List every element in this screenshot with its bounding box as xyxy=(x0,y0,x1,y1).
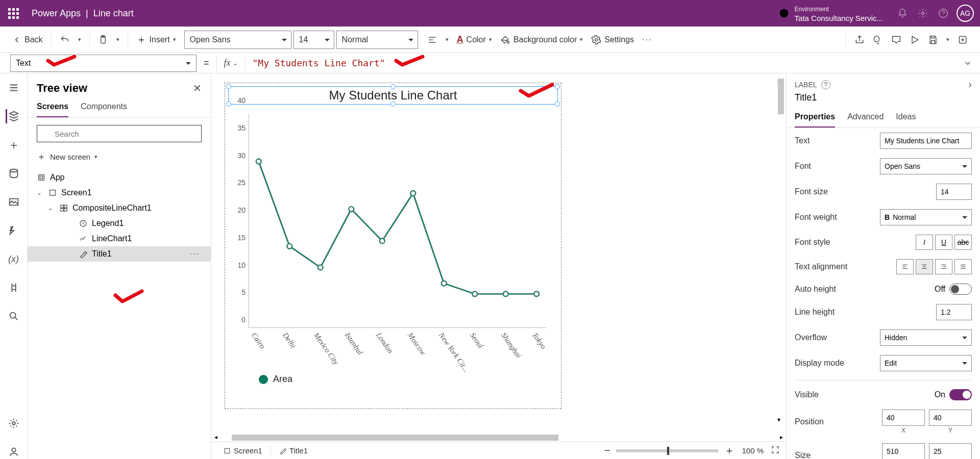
undo-dropdown[interactable]: ▾ xyxy=(74,33,85,46)
environment-picker[interactable]: Environment Tata Consultancy Servic... xyxy=(778,4,883,22)
new-screen-button[interactable]: ＋New screen▾ xyxy=(28,146,211,167)
paste-button[interactable] xyxy=(94,32,112,48)
control-name[interactable]: Title1 xyxy=(787,90,980,108)
rail-virtual-agent-icon[interactable] xyxy=(7,445,21,459)
share-icon[interactable] xyxy=(850,32,869,48)
panel-collapse-icon[interactable]: › xyxy=(968,79,972,90)
undo-button[interactable] xyxy=(56,32,74,48)
tree-node-screen1[interactable]: ⌄ Screen1 xyxy=(28,185,211,200)
fit-screen-icon[interactable] xyxy=(771,445,780,456)
gear-icon[interactable] xyxy=(913,0,933,27)
autoheight-toggle[interactable] xyxy=(949,284,972,295)
rail-search-icon[interactable] xyxy=(7,309,21,323)
waffle-icon[interactable] xyxy=(6,6,20,20)
zoom-in-icon[interactable]: ＋ xyxy=(724,444,734,457)
prop-fontsize-input[interactable]: 14 xyxy=(936,184,972,200)
insert-button[interactable]: ＋ Insert ▾ xyxy=(132,30,180,49)
expand-formula-icon[interactable] xyxy=(960,55,976,71)
prop-tab-advanced[interactable]: Advanced xyxy=(847,108,884,128)
prop-displaymode-select[interactable]: Edit xyxy=(880,355,972,371)
property-select[interactable]: Text xyxy=(10,55,197,72)
control-type-label: LABEL xyxy=(795,81,817,89)
bgcolor-button[interactable]: Background color ▾ xyxy=(496,32,587,48)
tree-node-app[interactable]: App xyxy=(28,170,211,185)
help-icon[interactable] xyxy=(933,0,953,27)
align-center-button[interactable] xyxy=(916,259,933,274)
tree-node-title1[interactable]: Title1 ··· xyxy=(28,246,211,262)
status-title1[interactable]: Title1 xyxy=(273,444,314,457)
close-tree-icon[interactable]: ✕ xyxy=(193,82,202,94)
app-title: Power Apps | Line chart xyxy=(32,8,134,19)
vertical-scrollbar[interactable]: ▴ ▾ xyxy=(776,79,786,421)
notifications-icon[interactable] xyxy=(892,0,913,27)
visible-toggle[interactable] xyxy=(949,389,972,400)
rail-flow-icon[interactable] xyxy=(7,223,21,238)
rail-settings-icon[interactable] xyxy=(7,416,21,430)
chart-container[interactable]: My Students Line Chart 0510152025303540 … xyxy=(225,83,561,409)
tree-node-more-icon[interactable]: ··· xyxy=(190,249,200,259)
prop-overflow-select[interactable]: Hidden xyxy=(880,329,972,346)
color-button[interactable]: A Color ▾ xyxy=(453,31,496,48)
svg-point-28 xyxy=(472,291,477,296)
rail-variables-icon[interactable]: (x) xyxy=(7,252,21,266)
prop-weight-select[interactable]: BNormal xyxy=(880,209,972,225)
fx-icon[interactable]: fx xyxy=(224,58,231,68)
font-weight-select[interactable]: Normal xyxy=(336,31,418,49)
prop-lineheight-input[interactable]: 1.2 xyxy=(936,304,972,320)
legend-dot-icon xyxy=(259,375,268,384)
prop-x-input[interactable]: 40 xyxy=(882,410,925,426)
svg-point-23 xyxy=(318,265,323,270)
prop-height-input[interactable]: 25 xyxy=(929,443,972,459)
tree-node-legend[interactable]: Legend1 xyxy=(28,216,211,231)
align-dropdown[interactable]: ▾ xyxy=(442,33,453,46)
save-icon[interactable] xyxy=(924,32,942,48)
rail-tools-icon[interactable] xyxy=(7,280,21,295)
save-dropdown[interactable]: ▾ xyxy=(942,33,953,46)
paste-dropdown[interactable]: ▾ xyxy=(112,33,124,46)
prop-text-input[interactable]: My Students Line Chart xyxy=(880,133,972,149)
prop-tab-properties[interactable]: Properties xyxy=(795,108,835,128)
tree-node-composite[interactable]: ⌄ CompositeLineChart1 xyxy=(28,200,211,216)
horizontal-scrollbar[interactable]: ◂ ▸ xyxy=(211,432,786,443)
prop-width-input[interactable]: 510 xyxy=(882,443,925,459)
font-size-input[interactable]: 14 xyxy=(293,31,334,49)
strike-button[interactable]: abc xyxy=(954,235,972,250)
prop-font-select[interactable]: Open Sans xyxy=(880,158,972,174)
tab-screens[interactable]: Screens xyxy=(37,98,68,117)
toolbar: Back ▾ ▾ ＋ Insert ▾ Open Sans 14 Normal … xyxy=(0,27,980,53)
align-button[interactable] xyxy=(423,32,442,48)
rail-insert-icon[interactable]: ＋ xyxy=(7,138,21,152)
checker-icon[interactable] xyxy=(869,32,887,48)
zoom-out-icon[interactable]: − xyxy=(604,445,610,456)
tree-search-input[interactable] xyxy=(37,125,202,142)
underline-button[interactable]: U xyxy=(935,235,952,250)
status-screen1[interactable]: Screen1 xyxy=(217,444,268,457)
info-icon[interactable]: ? xyxy=(821,80,830,89)
rail-hamburger-icon[interactable] xyxy=(7,81,21,95)
avatar[interactable]: AG xyxy=(957,5,974,22)
status-bar: Screen1 Title1 − ＋ 100 % xyxy=(211,442,786,459)
publish-icon[interactable] xyxy=(953,32,972,48)
comment-icon[interactable] xyxy=(887,32,905,48)
play-icon[interactable] xyxy=(905,32,924,48)
tree-node-linechart[interactable]: LineChart1 xyxy=(28,231,211,246)
align-left-button[interactable] xyxy=(896,259,914,274)
chart-title-control[interactable]: My Students Line Chart xyxy=(228,86,558,105)
formula-input[interactable]: "My Students Line Chart" xyxy=(253,58,385,68)
rail-media-icon[interactable] xyxy=(7,195,21,209)
prop-y-input[interactable]: 40 xyxy=(929,410,972,426)
italic-button[interactable]: I xyxy=(916,235,933,250)
align-right-button[interactable] xyxy=(935,259,952,274)
settings-button[interactable]: Settings xyxy=(587,32,638,48)
prop-tab-ideas[interactable]: Ideas xyxy=(896,108,916,128)
align-justify-button[interactable] xyxy=(954,259,972,274)
tab-components[interactable]: Components xyxy=(81,98,127,117)
zoom-slider[interactable] xyxy=(616,449,718,452)
font-select[interactable]: Open Sans xyxy=(184,31,291,49)
rail-tree-icon[interactable] xyxy=(6,109,20,123)
svg-point-9 xyxy=(10,313,15,318)
more-button[interactable]: ··· xyxy=(638,32,656,47)
back-button[interactable]: Back xyxy=(8,32,47,47)
rail-data-icon[interactable] xyxy=(7,166,21,181)
svg-point-24 xyxy=(349,207,354,212)
